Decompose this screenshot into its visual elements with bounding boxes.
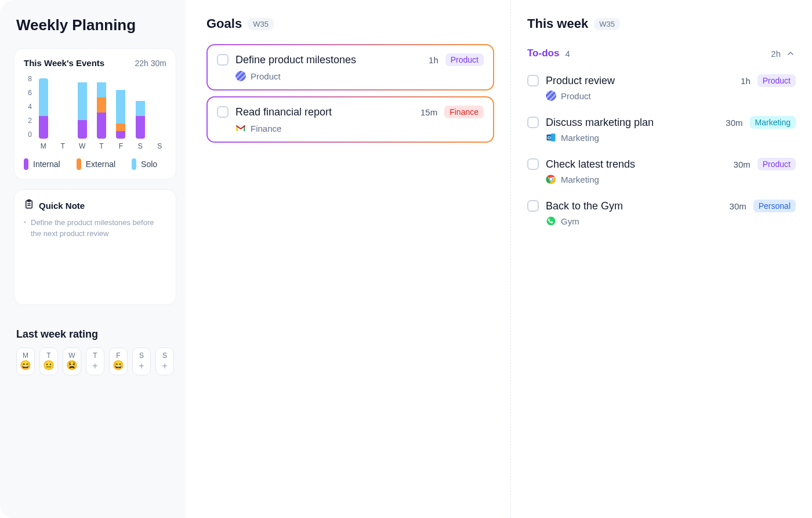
chart-bar: T	[95, 78, 108, 150]
goal-tag[interactable]: Finance	[444, 106, 484, 118]
events-chart: 86420 MTWTFSS	[24, 75, 166, 150]
todo-checkbox[interactable]	[527, 117, 539, 128]
chart-y-tick: 2	[28, 117, 32, 125]
todos-list: Product review1hProductProductDiscuss ma…	[527, 70, 796, 237]
todo-tag[interactable]: Marketing	[750, 116, 796, 129]
outlook-icon: O	[546, 132, 556, 143]
events-card: This Week's Events 22h 30m 86420 MTWTFSS…	[14, 48, 176, 180]
goal-duration: 15m	[420, 107, 437, 117]
plus-icon: +	[139, 361, 144, 371]
sidebar: Weekly Planning This Week's Events 22h 3…	[0, 0, 186, 518]
rating-emoji: 😄	[20, 361, 31, 370]
clipboard-icon	[24, 199, 34, 212]
goal-title: Read financial report	[235, 106, 414, 118]
todo-source-label: Marketing	[561, 133, 599, 143]
todo-item[interactable]: Product review1hProductProduct	[527, 70, 796, 111]
rating-day-label: M	[23, 352, 28, 360]
goal-checkbox[interactable]	[217, 54, 229, 66]
todo-checkbox[interactable]	[527, 75, 539, 86]
goal-card[interactable]: Define product milestones1hProductProduc…	[206, 44, 494, 90]
todos-header[interactable]: To-dos 4 2h	[527, 48, 796, 59]
events-title: This Week's Events	[24, 58, 104, 68]
chart-day-label: T	[99, 142, 103, 150]
goal-source-label: Finance	[251, 124, 281, 133]
rating-emoji: 😐	[43, 361, 55, 370]
rating-day-label: T	[93, 352, 97, 360]
todo-checkbox[interactable]	[527, 200, 539, 212]
chart-bar-segment	[136, 101, 145, 116]
legend-item: Internal	[24, 158, 60, 170]
rating-block: Last week rating M😄T😐W😫T+F😄S+S+	[14, 314, 176, 375]
goal-tag[interactable]: Product	[445, 53, 484, 66]
svg-rect-3	[551, 133, 556, 142]
goal-source: Finance	[235, 123, 484, 133]
todo-item[interactable]: Back to the Gym30mPersonalGym	[527, 195, 796, 237]
todo-checkbox[interactable]	[527, 158, 539, 170]
quick-note-item[interactable]: Define the product milestones before the…	[24, 218, 166, 240]
quick-note-items[interactable]: Define the product milestones before the…	[24, 218, 166, 240]
chart-day-label: S	[138, 142, 143, 150]
rating-cell[interactable]: W😫	[63, 347, 81, 375]
whatsapp-icon	[546, 216, 556, 226]
legend-swatch	[24, 158, 28, 170]
chart-bar-segment	[97, 82, 106, 97]
goals-week-badge: W35	[248, 18, 274, 30]
chart-bar-segment	[116, 131, 125, 139]
legend-item: External	[77, 158, 115, 170]
plus-icon: +	[162, 361, 167, 371]
chart-y-tick: 6	[28, 89, 32, 97]
todos-count: 4	[565, 49, 570, 59]
chart-bar-segment	[78, 120, 87, 139]
goal-checkbox[interactable]	[217, 106, 229, 118]
app-root: Weekly Planning This Week's Events 22h 3…	[0, 0, 812, 518]
todos-title: To-dos	[527, 48, 559, 59]
todo-duration: 30m	[734, 160, 751, 169]
todo-item[interactable]: Check latest trends30mProductMarketing	[527, 153, 796, 195]
plus-icon: +	[92, 361, 97, 371]
rating-cell[interactable]: S+	[132, 347, 151, 375]
todo-item[interactable]: Discuss marketing plan30mMarketingOMarke…	[527, 111, 796, 153]
rating-cell[interactable]: T+	[86, 347, 104, 375]
todo-duration: 1h	[741, 76, 751, 86]
todo-duration: 30m	[730, 201, 746, 211]
events-header: This Week's Events 22h 30m	[24, 58, 166, 68]
rating-day-label: T	[46, 352, 50, 360]
rating-cell[interactable]: T😐	[39, 347, 58, 375]
legend-label: Solo	[141, 160, 157, 169]
todo-tag[interactable]: Personal	[753, 200, 796, 212]
chart-day-label: W	[79, 142, 85, 150]
todo-title: Back to the Gym	[546, 200, 723, 212]
goal-source: Product	[235, 71, 484, 81]
rating-cell[interactable]: F😄	[109, 347, 128, 375]
todo-source: Product	[546, 90, 796, 101]
chart-bar-segment	[136, 116, 145, 139]
events-total: 22h 30m	[135, 59, 166, 68]
rating-cell[interactable]: S+	[155, 347, 174, 375]
chart-bar-segment	[116, 124, 125, 131]
todo-source: Marketing	[546, 174, 796, 184]
todo-source-label: Marketing	[561, 175, 599, 184]
todo-source-label: Gym	[561, 216, 579, 226]
stripe-icon	[235, 71, 246, 81]
chart-bar: S	[133, 78, 147, 150]
goals-column: Goals W35 Define product milestones1hPro…	[186, 0, 510, 518]
rating-row: M😄T😐W😫T+F😄S+S+	[14, 347, 176, 375]
todo-tag[interactable]: Product	[757, 74, 796, 87]
chart-bar-segment	[97, 113, 106, 139]
rating-cell[interactable]: M😄	[16, 347, 35, 375]
todo-source-label: Product	[561, 91, 591, 101]
chart-bar: W	[75, 78, 89, 150]
rating-day-label: S	[162, 352, 167, 360]
goal-card[interactable]: Read financial report15mFinanceFinance	[206, 96, 494, 143]
chevron-up-icon[interactable]	[785, 48, 796, 59]
chart-day-label: M	[41, 142, 46, 150]
chrome-icon	[546, 174, 556, 184]
chart-y-axis: 86420	[24, 75, 32, 150]
todo-tag[interactable]: Product	[757, 158, 796, 171]
goal-title: Define product milestones	[235, 54, 422, 66]
svg-point-8	[547, 217, 556, 226]
chart-bar: F	[114, 78, 128, 150]
quick-note-card: Quick Note Define the product milestones…	[14, 189, 176, 305]
chart-y-tick: 4	[28, 103, 32, 111]
goal-source-label: Product	[251, 71, 281, 81]
